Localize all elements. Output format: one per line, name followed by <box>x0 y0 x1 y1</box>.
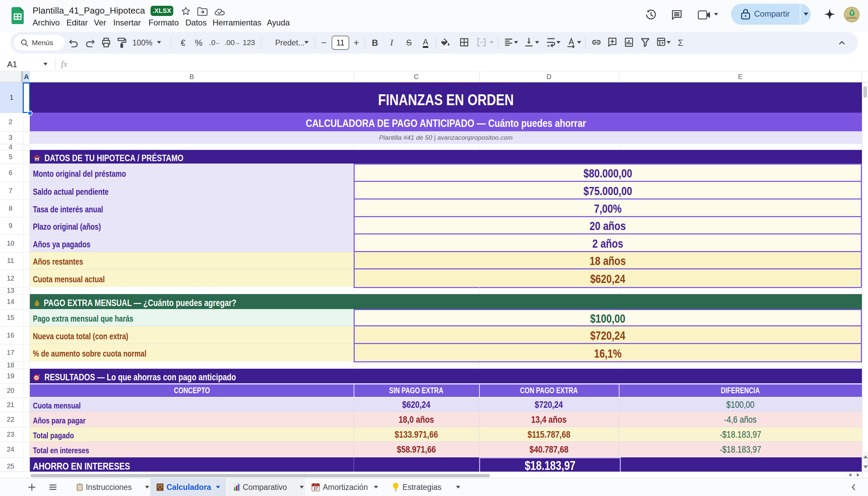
svg-text:$: $ <box>851 11 853 15</box>
svg-text:17: 17 <box>314 486 318 491</box>
svg-text:$: $ <box>36 301 38 305</box>
